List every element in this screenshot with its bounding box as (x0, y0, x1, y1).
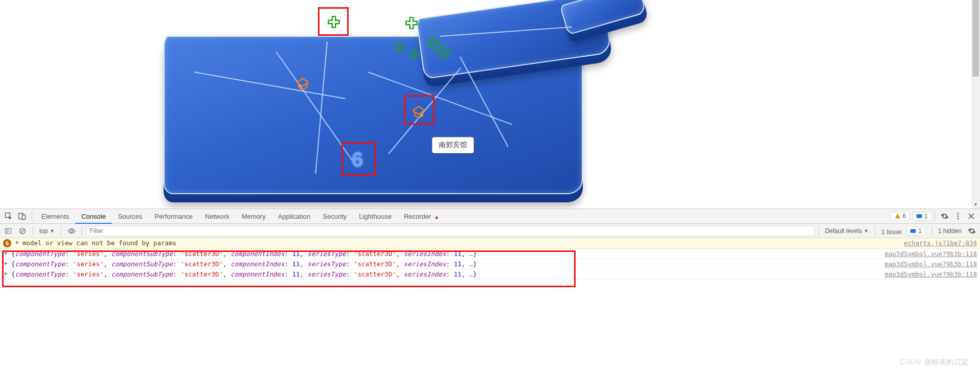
console-log-object[interactable]: ▶ {componentType: 'series', componentSub… (0, 269, 980, 280)
map-stage[interactable]: 6 南郊宾馆 (0, 0, 971, 209)
console-log-object[interactable]: ▶ {componentType: 'series', componentSub… (0, 249, 980, 259)
device-toolbar-icon[interactable] (15, 210, 29, 223)
svg-point-6 (958, 218, 959, 220)
tab-label: Recorder (404, 213, 431, 220)
beta-flask-icon: ▲ (434, 214, 439, 220)
scroll-down-arrow-icon[interactable]: ▾ (971, 200, 980, 209)
log-source-link[interactable]: map3dSymbol.vue?9b3b:118 (884, 260, 977, 268)
house-marker-icon[interactable] (295, 77, 310, 91)
console-filter-input[interactable] (86, 226, 814, 236)
svg-rect-3 (917, 214, 922, 218)
separator (61, 226, 61, 236)
tab-sources[interactable]: Sources (112, 209, 149, 224)
log-message: model or view can not be found by params (22, 239, 898, 247)
kebab-menu-icon[interactable] (951, 210, 965, 223)
repeat-count-badge: 6 (3, 239, 11, 247)
separator (935, 212, 935, 221)
settings-gear-icon[interactable] (938, 210, 951, 223)
svg-line-10 (21, 229, 25, 233)
tab-console[interactable]: Console (75, 209, 112, 224)
issues-count: 1 (918, 227, 922, 235)
separator (818, 226, 819, 236)
devtools-panel: Elements Console Sources Performance Net… (0, 209, 980, 370)
tab-security[interactable]: Security (316, 209, 353, 224)
issues-indicator[interactable]: 1 Issue: 1 (879, 226, 927, 236)
execution-context-selector[interactable]: top ▼ (37, 227, 57, 235)
levels-label: Default levels (825, 227, 862, 235)
issues-label: 1 Issue: (881, 228, 903, 236)
svg-rect-11 (910, 229, 916, 233)
disclosure-triangle-icon[interactable]: ▶ (3, 250, 9, 256)
plus-marker-icon[interactable] (405, 16, 418, 30)
messages-count: 1 (924, 213, 928, 220)
separator (931, 226, 932, 236)
scrollbar-thumb[interactable] (972, 0, 979, 77)
svg-rect-2 (22, 215, 26, 220)
inspect-element-icon[interactable] (2, 210, 15, 223)
console-toolbar: top ▼ Default levels ▼ 1 Issue: 1 1 hidd… (0, 224, 980, 238)
context-label: top (39, 227, 48, 235)
svg-point-4 (958, 213, 959, 215)
console-log-object[interactable]: ▶ {componentType: 'series', componentSub… (0, 259, 980, 269)
disclosure-triangle-icon[interactable]: ▶ (14, 239, 20, 245)
tab-network[interactable]: Network (199, 209, 236, 224)
hidden-count-label[interactable]: 1 hidden (936, 227, 964, 235)
separator (32, 212, 32, 221)
disclosure-triangle-icon[interactable]: ▶ (3, 260, 9, 266)
separator (33, 226, 33, 236)
vertical-scrollbar[interactable]: ▴ ▾ (971, 0, 980, 209)
plus-marker-icon[interactable] (394, 42, 404, 53)
clear-console-icon[interactable] (16, 225, 29, 237)
log-source-link[interactable]: echarts.js?1be7:834 (904, 239, 977, 247)
console-log-warning[interactable]: 6 ▶ model or view can not be found by pa… (0, 238, 980, 249)
tab-performance[interactable]: Performance (149, 209, 199, 224)
chevron-down-icon: ▼ (864, 228, 869, 234)
issues-badge: 1 (906, 226, 925, 236)
tab-lighthouse[interactable]: Lighthouse (353, 209, 398, 224)
log-message: {componentType: 'series', componentSubTy… (11, 260, 878, 268)
map-viewport: 6 南郊宾馆 ▴ ▾ (0, 0, 980, 209)
tab-elements[interactable]: Elements (35, 209, 75, 224)
log-source-link[interactable]: map3dSymbol.vue?9b3b:118 (884, 250, 977, 258)
live-expression-eye-icon[interactable] (65, 225, 78, 237)
warnings-count: 6 (903, 213, 906, 220)
chevron-down-icon: ▼ (50, 228, 55, 234)
annotation-highlight (404, 95, 435, 125)
separator (82, 226, 82, 236)
log-message: {componentType: 'series', componentSubTy… (11, 250, 878, 258)
tab-application[interactable]: Application (272, 209, 317, 224)
map-tooltip: 南郊宾馆 (432, 137, 474, 153)
log-levels-selector[interactable]: Default levels ▼ (823, 227, 871, 235)
log-message: {componentType: 'series', componentSubTy… (11, 270, 878, 278)
close-devtools-icon[interactable] (965, 210, 978, 223)
tab-memory[interactable]: Memory (236, 209, 272, 224)
sidebar-toggle-icon[interactable] (2, 225, 14, 237)
warnings-badge[interactable]: 6 (891, 212, 910, 221)
separator (875, 226, 875, 236)
disclosure-triangle-icon[interactable]: ▶ (3, 270, 9, 276)
console-output[interactable]: 6 ▶ model or view can not be found by pa… (0, 238, 980, 370)
messages-badge[interactable]: 1 (913, 212, 931, 221)
log-source-link[interactable]: map3dSymbol.vue?9b3b:118 (884, 270, 977, 278)
devtools-tabs: Elements Console Sources Performance Net… (0, 209, 980, 224)
plus-marker-icon[interactable] (409, 49, 419, 59)
tab-recorder[interactable]: Recorder ▲ (398, 209, 445, 224)
svg-point-5 (958, 216, 959, 217)
annotation-highlight (341, 142, 376, 176)
svg-rect-7 (5, 228, 11, 234)
console-settings-gear-icon[interactable] (966, 225, 978, 237)
plus-marker-icon[interactable] (437, 46, 450, 59)
annotation-highlight (318, 7, 349, 36)
